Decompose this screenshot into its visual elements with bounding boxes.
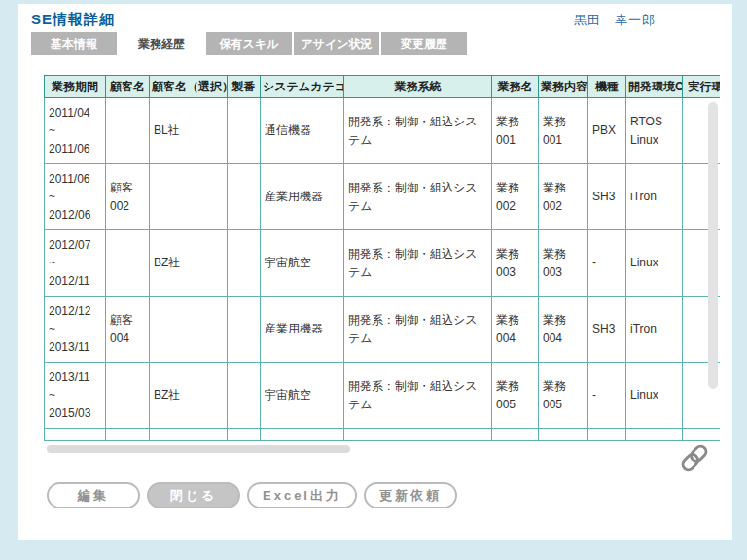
table-cell — [106, 363, 150, 429]
column-header: 顧客名 — [106, 76, 150, 98]
column-header: システムカテゴリ — [261, 76, 344, 98]
table-cell — [106, 98, 150, 164]
table-cell: BL社 — [150, 98, 228, 164]
table-cell — [228, 164, 261, 230]
table-cell: 通信機器 — [261, 98, 344, 164]
table-cell: 2011/06 ~ 2012/06 — [45, 164, 106, 230]
table-cell: iTron — [626, 164, 683, 230]
table-cell: Linux — [626, 363, 683, 429]
table-cell — [228, 98, 261, 164]
table-cell: 2011/04 ~ 2011/06 — [45, 98, 106, 164]
column-header: 業務系統 — [344, 76, 492, 98]
column-header: 業務内容 — [539, 76, 588, 98]
table-cell: RTOS Linux — [626, 98, 683, 164]
table-row[interactable]: 2011/04 ~ 2011/06BL社通信機器開発系：制御・組込システム業務0… — [45, 98, 721, 164]
edit-button[interactable]: 編集 — [47, 482, 140, 508]
table-cell: 産業用機器 — [261, 164, 344, 230]
table-cell: 宇宙航空 — [261, 230, 344, 297]
table-cell — [588, 429, 626, 441]
table-cell: 業務002 — [539, 164, 588, 230]
table-row[interactable]: 2011/06 ~ 2012/06顧客002産業用機器開発系：制御・組込システム… — [45, 164, 721, 230]
table-cell: SH3 — [588, 297, 626, 363]
tab-basic-info[interactable]: 基本情報 — [31, 32, 117, 55]
column-header: 業務名 — [492, 76, 539, 98]
table-cell — [45, 429, 106, 441]
table-row[interactable]: 2012/07 ~ 2012/11BZ社宇宙航空開発系：制御・組込システム業務0… — [45, 230, 721, 297]
table-cell: - — [588, 363, 626, 429]
horizontal-scrollbar-thumb[interactable] — [47, 445, 350, 453]
table-cell: 業務004 — [539, 297, 588, 363]
table-cell: 業務002 — [492, 164, 539, 230]
table-row-partial — [45, 429, 721, 441]
table-cell — [150, 429, 228, 441]
table-cell: 宇宙航空 — [261, 363, 344, 429]
table-row[interactable]: 2012/12 ~ 2013/11顧客004産業用機器開発系：制御・組込システム… — [45, 297, 721, 363]
content-panel: SE情報詳細 黒田 幸一郎 基本情報業務経歴保有スキルアサイン状況変更履歴 業務… — [18, 4, 732, 540]
tab-work-history[interactable]: 業務経歴 — [119, 32, 204, 55]
table-cell: - — [588, 230, 626, 297]
tab-owned-skills[interactable]: 保有スキル — [206, 32, 292, 55]
tab-assign-status[interactable]: アサイン状況 — [294, 32, 379, 55]
table-header-row: 業務期間顧客名顧客名（選択）製番システムカテゴリ業務系統業務名業務内容機種開発環… — [45, 76, 721, 98]
table-cell: PBX — [588, 98, 626, 164]
table-cell: BZ社 — [150, 363, 228, 429]
table-cell: iTron — [626, 297, 683, 363]
column-header: 製番 — [228, 76, 261, 98]
table-cell — [228, 297, 261, 363]
table-cell — [261, 429, 344, 441]
close-button[interactable]: 閉じる — [147, 482, 240, 508]
table-cell: SH3 — [588, 164, 626, 230]
excel-export-button[interactable]: Excel出力 — [247, 482, 357, 508]
table-cell: 開発系：制御・組込システム — [344, 98, 492, 164]
table-cell — [150, 164, 228, 230]
table-cell — [626, 429, 683, 441]
table-cell: 2012/07 ~ 2012/11 — [45, 230, 106, 297]
table-cell: 顧客002 — [106, 164, 150, 230]
vertical-scrollbar-thumb[interactable] — [708, 102, 718, 389]
user-name: 黒田 幸一郎 — [574, 12, 656, 29]
table-cell — [683, 429, 721, 441]
table-cell: Linux — [626, 230, 683, 297]
table-cell — [150, 297, 228, 363]
column-header: 顧客名（選択） — [150, 76, 228, 98]
table-cell: 開発系：制御・組込システム — [344, 297, 492, 363]
table-cell: 業務001 — [492, 98, 539, 164]
table-cell: 2013/11 ~ 2015/03 — [45, 363, 106, 429]
table-cell: 開発系：制御・組込システム — [344, 363, 492, 429]
update-request-button[interactable]: 更新依頼 — [364, 482, 457, 508]
work-history-table: 業務期間顧客名顧客名（選択）製番システムカテゴリ業務系統業務名業務内容機種開発環… — [44, 75, 720, 441]
work-history-table-scroll-area: 業務期間顧客名顧客名（選択）製番システムカテゴリ業務系統業務名業務内容機種開発環… — [44, 75, 720, 442]
footer-button-bar: 編集閉じるExcel出力更新依頼 — [47, 482, 457, 508]
column-header: 業務期間 — [45, 76, 106, 98]
table-cell: 顧客004 — [106, 297, 150, 363]
tab-change-history[interactable]: 変更履歴 — [381, 32, 467, 55]
table-cell: 開発系：制御・組込システム — [344, 230, 492, 297]
table-cell — [492, 429, 539, 441]
page-title: SE情報詳細 — [31, 11, 115, 29]
column-header: 開発環境OS — [626, 76, 683, 98]
table-cell — [228, 363, 261, 429]
column-header: 機種 — [588, 76, 626, 98]
table-cell: 業務005 — [539, 363, 588, 429]
table-cell: 業務003 — [539, 230, 588, 297]
table-cell — [344, 429, 492, 441]
table-cell: 業務001 — [539, 98, 588, 164]
table-cell: BZ社 — [150, 230, 228, 297]
table-cell: 業務003 — [492, 230, 539, 297]
column-header: 実行環境 — [683, 76, 721, 98]
table-row[interactable]: 2013/11 ~ 2015/03BZ社宇宙航空開発系：制御・組込システム業務0… — [45, 363, 721, 429]
table-cell — [106, 230, 150, 297]
table-cell: 2012/12 ~ 2013/11 — [45, 297, 106, 363]
table-cell — [106, 429, 150, 441]
link-icon[interactable] — [678, 441, 711, 474]
table-cell: 業務004 — [492, 297, 539, 363]
table-cell: 開発系：制御・組込システム — [344, 164, 492, 230]
table-cell — [228, 230, 261, 297]
table-cell: 業務005 — [492, 363, 539, 429]
table-cell: 産業用機器 — [261, 297, 344, 363]
table-cell — [228, 429, 261, 441]
tab-bar: 基本情報業務経歴保有スキルアサイン状況変更履歴 — [31, 32, 469, 55]
table-cell — [539, 429, 588, 441]
